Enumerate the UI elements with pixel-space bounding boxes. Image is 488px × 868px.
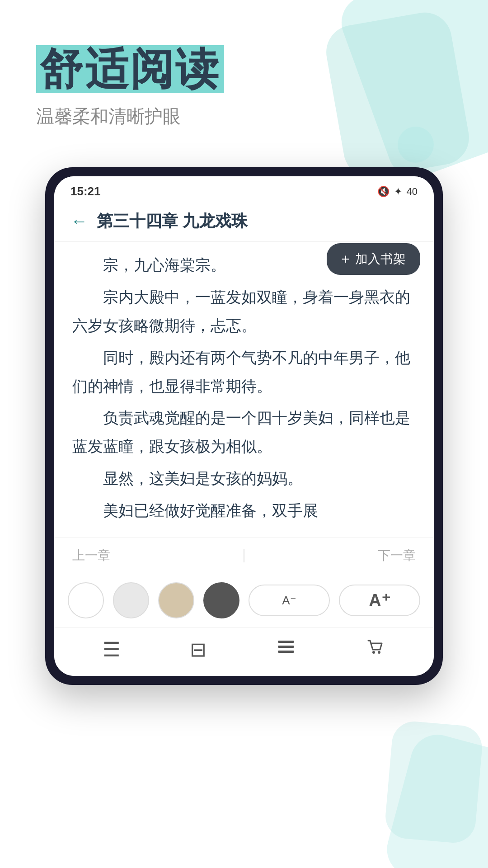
status-icons: 🔇 ✦ 40 bbox=[377, 186, 418, 198]
nav-cart[interactable] bbox=[366, 637, 385, 663]
phone-mockup: 15:21 🔇 ✦ 40 ← 第三十四章 九龙戏珠 + 加入书架 宗，九心海棠宗… bbox=[45, 167, 443, 685]
hero-section: 舒适阅读 温馨柔和清晰护眼 bbox=[36, 45, 224, 129]
content-line-2: 宗内大殿中，一蓝发如双瞳，身着一身黑衣的六岁女孩略微期待，忐忑。 bbox=[72, 283, 416, 340]
theme-controls: A⁻ A⁺ bbox=[54, 573, 434, 627]
content-line-3: 同时，殿内还有两个气势不凡的中年男子，他们的神情，也显得非常期待。 bbox=[72, 344, 416, 401]
bg-circle bbox=[398, 127, 434, 163]
chapter-title: 第三十四章 九龙戏珠 bbox=[97, 210, 248, 232]
bg-shape-br-1 bbox=[381, 729, 488, 868]
theme-beige[interactable] bbox=[158, 582, 194, 618]
svg-rect-2 bbox=[278, 651, 294, 653]
cart-icon bbox=[366, 637, 385, 661]
prev-chapter-button[interactable]: 上一章 bbox=[72, 547, 110, 564]
bg-shape-1 bbox=[334, 0, 488, 185]
content-area: 宗，九心海棠宗。 宗内大殿中，一蓝发如双瞳，身着一身黑衣的六岁女孩略微期待，忐忑… bbox=[54, 242, 434, 538]
bg-decoration-bottom bbox=[352, 687, 488, 868]
menu-icon: ☰ bbox=[103, 638, 120, 661]
status-time: 15:21 bbox=[70, 184, 101, 198]
bottom-navigation: ☰ ⊟ bbox=[54, 627, 434, 676]
next-chapter-button[interactable]: 下一章 bbox=[378, 547, 416, 564]
nav-menu[interactable]: ☰ bbox=[103, 638, 120, 663]
chapters-icon: ⊟ bbox=[190, 638, 206, 661]
svg-rect-1 bbox=[278, 646, 294, 648]
chapter-header: ← 第三十四章 九龙戏珠 bbox=[54, 203, 434, 242]
chapter-navigation: 上一章 下一章 bbox=[54, 538, 434, 573]
nav-chapters[interactable]: ⊟ bbox=[190, 638, 206, 663]
theme-light-gray[interactable] bbox=[113, 582, 149, 618]
font-decrease-button[interactable]: A⁻ bbox=[249, 585, 330, 616]
svg-point-4 bbox=[378, 651, 380, 654]
hero-title-highlight: 舒适阅读 bbox=[36, 45, 224, 93]
battery-icon: 40 bbox=[407, 186, 418, 198]
svg-point-3 bbox=[372, 651, 375, 654]
content-line-5: 显然，这美妇是女孩的妈妈。 bbox=[72, 464, 416, 493]
back-button[interactable]: ← bbox=[70, 212, 88, 231]
nav-divider bbox=[244, 549, 244, 562]
tooltip-label: 加入书架 bbox=[355, 250, 406, 268]
bg-shape-br-2 bbox=[384, 720, 484, 844]
list-icon bbox=[276, 637, 296, 661]
phone-screen: 15:21 🔇 ✦ 40 ← 第三十四章 九龙戏珠 + 加入书架 宗，九心海棠宗… bbox=[54, 176, 434, 676]
hero-subtitle: 温馨柔和清晰护眼 bbox=[36, 104, 224, 129]
svg-rect-0 bbox=[278, 641, 294, 643]
status-bar: 15:21 🔇 ✦ 40 bbox=[54, 176, 434, 203]
theme-dark[interactable] bbox=[203, 582, 239, 618]
nav-list[interactable] bbox=[276, 637, 296, 663]
bg-shape-2 bbox=[322, 8, 474, 181]
volume-icon: 🔇 bbox=[377, 186, 389, 198]
content-line-4: 负责武魂觉醒的是一个四十岁美妇，同样也是蓝发蓝瞳，跟女孩极为相似。 bbox=[72, 404, 416, 461]
add-to-bookshelf-tooltip[interactable]: + 加入书架 bbox=[327, 243, 420, 275]
bluetooth-icon: ✦ bbox=[394, 186, 402, 198]
plus-icon: + bbox=[341, 251, 350, 268]
phone-container: 15:21 🔇 ✦ 40 ← 第三十四章 九龙戏珠 + 加入书架 宗，九心海棠宗… bbox=[45, 167, 443, 685]
content-line-6: 美妇已经做好觉醒准备，双手展 bbox=[72, 496, 416, 525]
hero-title: 舒适阅读 bbox=[36, 45, 224, 93]
theme-white[interactable] bbox=[68, 582, 104, 618]
font-increase-button[interactable]: A⁺ bbox=[339, 585, 420, 616]
